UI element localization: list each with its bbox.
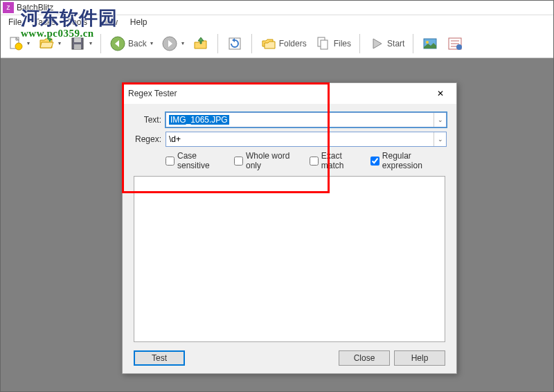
chevron-down-icon: ▾ xyxy=(150,40,153,46)
separator xyxy=(359,34,360,53)
chevron-down-icon: ▾ xyxy=(181,40,184,46)
svg-rect-4 xyxy=(74,44,81,49)
back-label: Back xyxy=(128,39,147,48)
svg-point-1 xyxy=(15,43,22,50)
up-folder-icon xyxy=(193,35,209,52)
chevron-down-icon: ▾ xyxy=(89,40,92,46)
picture-icon xyxy=(422,35,438,52)
close-icon: ✕ xyxy=(437,89,444,98)
separator xyxy=(217,34,218,53)
separator xyxy=(413,34,413,53)
dialog-title: Regex Tester xyxy=(128,89,177,98)
app-icon: z xyxy=(3,2,14,13)
open-button[interactable]: ▾ xyxy=(35,34,64,53)
regex-input[interactable] xyxy=(370,157,379,166)
menu-file[interactable]: File xyxy=(3,16,27,28)
options-row: Case sensitive Whole word only Exact mat… xyxy=(132,151,447,170)
svg-rect-3 xyxy=(74,38,81,42)
regex-label-option: Regular expression xyxy=(382,151,447,170)
help-button[interactable]: Help xyxy=(394,350,445,366)
folders-label: Folders xyxy=(279,39,307,48)
svg-point-16 xyxy=(456,44,462,50)
forward-button[interactable]: ▾ xyxy=(159,34,187,53)
start-label: Start xyxy=(387,39,404,48)
forward-arrow-icon xyxy=(161,35,178,52)
separator xyxy=(251,34,252,53)
regex-combo[interactable]: \d+ ⌄ xyxy=(166,132,447,147)
folders-button[interactable]: Folders xyxy=(258,34,310,53)
folders-icon xyxy=(260,35,277,52)
list-tool-icon xyxy=(447,35,463,52)
text-label: Text: xyxy=(132,115,161,125)
chevron-down-icon: ▾ xyxy=(27,40,30,46)
start-button[interactable]: Start xyxy=(366,34,407,53)
test-button[interactable]: Test xyxy=(134,350,185,366)
separator xyxy=(100,34,101,53)
whole-word-label: Whole word only xyxy=(246,151,301,170)
play-icon xyxy=(368,35,385,52)
svg-rect-9 xyxy=(321,40,328,49)
menu-help[interactable]: Help xyxy=(125,16,153,28)
list-tool-button[interactable] xyxy=(444,34,466,53)
save-button[interactable]: ▾ xyxy=(66,34,95,53)
case-sensitive-input[interactable] xyxy=(166,157,175,166)
app-title: BatchBlitz xyxy=(17,3,53,12)
close-button[interactable]: ✕ xyxy=(430,86,451,101)
chevron-down-icon: ▾ xyxy=(58,40,61,46)
chevron-down-icon[interactable]: ⌄ xyxy=(434,132,446,146)
case-sensitive-checkbox[interactable]: Case sensitive xyxy=(166,151,226,170)
toolbar: ▾ ▾ ▾ Back ▾ ▾ Folders Files S xyxy=(0,29,554,58)
regex-row: Regex: \d+ ⌄ xyxy=(132,132,447,147)
back-button[interactable]: Back ▾ xyxy=(107,34,156,53)
refresh-icon xyxy=(226,35,243,52)
whole-word-checkbox[interactable]: Whole word only xyxy=(234,151,301,170)
whole-word-input[interactable] xyxy=(234,157,243,166)
regex-label: Regex: xyxy=(132,134,161,144)
save-icon xyxy=(69,35,86,52)
refresh-button[interactable] xyxy=(224,34,246,53)
back-arrow-icon xyxy=(109,35,126,52)
chevron-down-icon[interactable]: ⌄ xyxy=(434,113,446,127)
svg-point-11 xyxy=(426,41,429,44)
up-button[interactable] xyxy=(190,34,212,53)
dialog-titlebar[interactable]: Regex Tester ✕ xyxy=(123,83,456,104)
app-titlebar: z BatchBlitz xyxy=(0,0,554,15)
new-button[interactable]: ▾ xyxy=(4,34,33,53)
case-sensitive-label: Case sensitive xyxy=(177,151,226,170)
text-value: IMG_1065.JPG xyxy=(169,115,229,125)
result-textarea[interactable] xyxy=(134,176,445,342)
new-doc-icon xyxy=(7,35,24,52)
regex-value: \d+ xyxy=(169,134,181,144)
menu-tools[interactable]: Tools xyxy=(62,16,93,28)
exact-match-checkbox[interactable]: Exact match xyxy=(310,151,362,170)
regex-checkbox[interactable]: Regular expression xyxy=(370,151,447,170)
menu-tasks[interactable]: Tasks xyxy=(28,16,61,28)
button-row: Test Close Help xyxy=(132,350,447,366)
folder-open-icon xyxy=(38,35,55,52)
close-button-bottom[interactable]: Close xyxy=(339,350,390,366)
text-row: Text: IMG_1065.JPG ⌄ xyxy=(132,112,447,127)
files-label: Files xyxy=(334,39,351,48)
exact-match-input[interactable] xyxy=(310,157,319,166)
files-icon xyxy=(315,35,332,52)
menu-view[interactable]: View xyxy=(94,16,123,28)
files-button[interactable]: Files xyxy=(312,34,354,53)
picture-tool-button[interactable] xyxy=(419,34,441,53)
text-combo[interactable]: IMG_1065.JPG ⌄ xyxy=(166,112,447,127)
regex-tester-dialog: Regex Tester ✕ Text: IMG_1065.JPG ⌄ Rege… xyxy=(122,82,457,374)
menubar: File Tasks Tools View Help xyxy=(0,15,554,29)
dialog-body: Text: IMG_1065.JPG ⌄ Regex: \d+ ⌄ Case s… xyxy=(123,104,456,374)
exact-match-label: Exact match xyxy=(321,151,362,170)
